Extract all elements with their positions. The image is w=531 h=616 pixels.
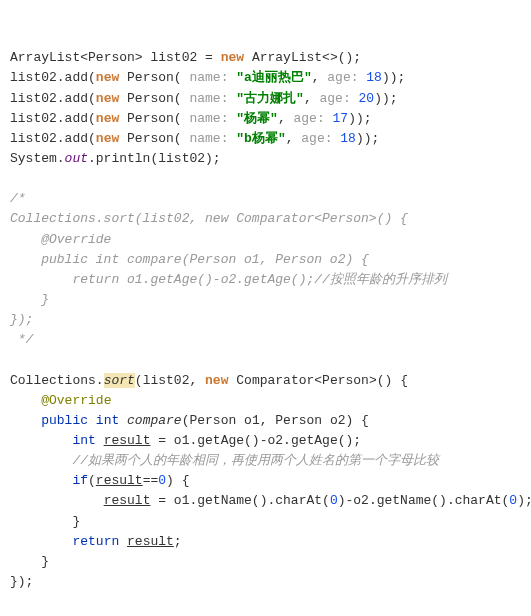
- code-line: list02.add(new Person( name: "古力娜扎", age…: [10, 91, 398, 106]
- code-editor[interactable]: ArrayList<Person> list02 = new ArrayList…: [10, 48, 521, 616]
- code-line: @Override: [10, 393, 111, 408]
- code-line: }: [10, 554, 49, 569]
- code-line: System.out.println(list02);: [10, 151, 221, 166]
- code-line: public int compare(Person o1, Person o2)…: [10, 413, 369, 428]
- code-line: return result;: [10, 534, 182, 549]
- comment-block: /* Collections.sort(list02, new Comparat…: [10, 191, 447, 347]
- code-line: if(result==0) {: [10, 473, 189, 488]
- code-line: list02.add(new Person( name: "b杨幂", age:…: [10, 131, 379, 146]
- code-line: result = o1.getName().charAt(0)-o2.getNa…: [10, 493, 531, 508]
- code-line: }: [10, 514, 80, 529]
- code-line: });: [10, 574, 33, 589]
- code-line: //如果两个人的年龄相同，再使用两个人姓名的第一个字母比较: [10, 453, 439, 468]
- code-line: Collections.sort(list02, new Comparator<…: [10, 373, 408, 388]
- code-line: list02.add(new Person( name: "a迪丽热巴", ag…: [10, 70, 405, 85]
- code-line: list02.add(new Person( name: "杨幂", age: …: [10, 111, 372, 126]
- code-line: int result = o1.getAge()-o2.getAge();: [10, 433, 361, 448]
- code-line: ArrayList<Person> list02 = new ArrayList…: [10, 50, 361, 65]
